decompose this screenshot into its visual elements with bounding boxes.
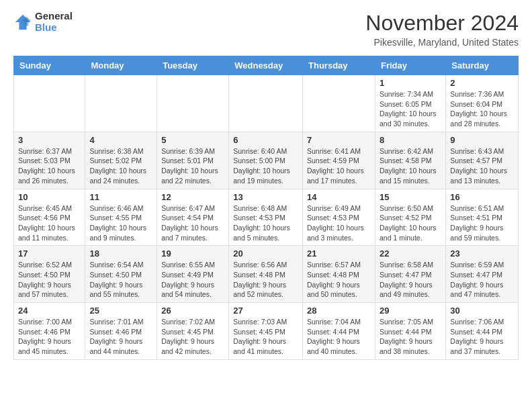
calendar-cell: 19Sunrise: 6:55 AM Sunset: 4:49 PM Dayli… xyxy=(157,246,229,303)
day-info: Sunrise: 7:01 AM Sunset: 4:46 PM Dayligh… xyxy=(89,317,152,357)
day-info: Sunrise: 6:40 AM Sunset: 5:00 PM Dayligh… xyxy=(233,146,298,186)
day-number: 27 xyxy=(233,306,298,316)
logo-icon xyxy=(13,13,32,32)
day-info: Sunrise: 6:50 AM Sunset: 4:52 PM Dayligh… xyxy=(380,203,441,243)
calendar-cell: 3Sunrise: 6:37 AM Sunset: 5:03 PM Daylig… xyxy=(14,132,85,189)
calendar-cell: 20Sunrise: 6:56 AM Sunset: 4:48 PM Dayli… xyxy=(229,246,303,303)
day-number: 11 xyxy=(89,192,152,202)
day-info: Sunrise: 7:02 AM Sunset: 4:45 PM Dayligh… xyxy=(161,317,224,357)
calendar-cell: 18Sunrise: 6:54 AM Sunset: 4:50 PM Dayli… xyxy=(85,246,157,303)
day-info: Sunrise: 7:36 AM Sunset: 6:04 PM Dayligh… xyxy=(450,89,514,129)
day-info: Sunrise: 6:39 AM Sunset: 5:01 PM Dayligh… xyxy=(161,146,224,186)
day-number: 19 xyxy=(161,248,224,259)
day-number: 12 xyxy=(161,192,224,202)
calendar-cell: 15Sunrise: 6:50 AM Sunset: 4:52 PM Dayli… xyxy=(375,189,445,246)
day-info: Sunrise: 6:37 AM Sunset: 5:03 PM Dayligh… xyxy=(18,146,81,186)
day-info: Sunrise: 6:57 AM Sunset: 4:48 PM Dayligh… xyxy=(307,260,371,300)
day-number: 9 xyxy=(450,135,514,145)
day-info: Sunrise: 6:58 AM Sunset: 4:47 PM Dayligh… xyxy=(380,260,441,300)
calendar-cell: 21Sunrise: 6:57 AM Sunset: 4:48 PM Dayli… xyxy=(303,246,375,303)
calendar-cell: 11Sunrise: 6:46 AM Sunset: 4:55 PM Dayli… xyxy=(85,189,157,246)
day-number: 14 xyxy=(307,192,371,202)
calendar-cell: 25Sunrise: 7:01 AM Sunset: 4:46 PM Dayli… xyxy=(85,303,157,360)
calendar-week-2: 3Sunrise: 6:37 AM Sunset: 5:03 PM Daylig… xyxy=(14,132,519,189)
day-number: 21 xyxy=(307,248,371,259)
day-number: 10 xyxy=(18,192,81,202)
day-info: Sunrise: 7:05 AM Sunset: 4:44 PM Dayligh… xyxy=(380,317,441,357)
day-number: 28 xyxy=(307,306,371,316)
day-info: Sunrise: 6:51 AM Sunset: 4:51 PM Dayligh… xyxy=(450,203,514,243)
day-number: 30 xyxy=(450,306,514,316)
day-info: Sunrise: 6:42 AM Sunset: 4:58 PM Dayligh… xyxy=(380,146,441,186)
col-saturday: Saturday xyxy=(446,56,519,75)
calendar-cell: 26Sunrise: 7:02 AM Sunset: 4:45 PM Dayli… xyxy=(157,303,229,360)
day-number: 3 xyxy=(18,135,81,145)
day-number: 7 xyxy=(307,135,371,145)
calendar-cell: 5Sunrise: 6:39 AM Sunset: 5:01 PM Daylig… xyxy=(157,132,229,189)
calendar-cell: 8Sunrise: 6:42 AM Sunset: 4:58 PM Daylig… xyxy=(375,132,445,189)
location-text: Pikesville, Maryland, United States xyxy=(365,37,519,48)
calendar-cell: 13Sunrise: 6:48 AM Sunset: 4:53 PM Dayli… xyxy=(229,189,303,246)
day-number: 24 xyxy=(18,306,81,316)
calendar-cell: 27Sunrise: 7:03 AM Sunset: 4:45 PM Dayli… xyxy=(229,303,303,360)
day-number: 29 xyxy=(380,306,441,316)
day-number: 1 xyxy=(380,78,441,88)
calendar-cell: 14Sunrise: 6:49 AM Sunset: 4:53 PM Dayli… xyxy=(303,189,375,246)
calendar-cell: 24Sunrise: 7:00 AM Sunset: 4:46 PM Dayli… xyxy=(14,303,85,360)
day-number: 5 xyxy=(161,135,224,145)
day-number: 15 xyxy=(380,192,441,202)
col-friday: Friday xyxy=(375,56,445,75)
day-info: Sunrise: 6:56 AM Sunset: 4:48 PM Dayligh… xyxy=(233,260,298,300)
calendar-cell: 17Sunrise: 6:52 AM Sunset: 4:50 PM Dayli… xyxy=(14,246,85,303)
calendar-week-3: 10Sunrise: 6:45 AM Sunset: 4:56 PM Dayli… xyxy=(14,189,519,246)
day-number: 8 xyxy=(380,135,441,145)
header: General Blue November 2024 Pikesville, M… xyxy=(13,11,519,48)
day-info: Sunrise: 6:52 AM Sunset: 4:50 PM Dayligh… xyxy=(18,260,81,300)
calendar-cell xyxy=(157,75,229,132)
day-number: 6 xyxy=(233,135,298,145)
day-info: Sunrise: 7:03 AM Sunset: 4:45 PM Dayligh… xyxy=(233,317,298,357)
calendar-cell: 10Sunrise: 6:45 AM Sunset: 4:56 PM Dayli… xyxy=(14,189,85,246)
calendar-cell: 1Sunrise: 7:34 AM Sunset: 6:05 PM Daylig… xyxy=(375,75,445,132)
calendar-table: Sunday Monday Tuesday Wednesday Thursday… xyxy=(13,56,519,360)
col-sunday: Sunday xyxy=(14,56,85,75)
day-info: Sunrise: 6:47 AM Sunset: 4:54 PM Dayligh… xyxy=(161,203,224,243)
title-area: November 2024 Pikesville, Maryland, Unit… xyxy=(365,11,519,48)
calendar-cell xyxy=(229,75,303,132)
col-thursday: Thursday xyxy=(303,56,375,75)
day-number: 16 xyxy=(450,192,514,202)
day-info: Sunrise: 6:49 AM Sunset: 4:53 PM Dayligh… xyxy=(307,203,371,243)
day-number: 18 xyxy=(89,248,152,259)
day-info: Sunrise: 6:54 AM Sunset: 4:50 PM Dayligh… xyxy=(89,260,152,300)
logo-text: General Blue xyxy=(35,11,73,33)
day-info: Sunrise: 6:41 AM Sunset: 4:59 PM Dayligh… xyxy=(307,146,371,186)
month-title: November 2024 xyxy=(365,11,519,36)
calendar-cell xyxy=(303,75,375,132)
day-number: 17 xyxy=(18,248,81,259)
calendar-cell: 4Sunrise: 6:38 AM Sunset: 5:02 PM Daylig… xyxy=(85,132,157,189)
calendar-cell: 16Sunrise: 6:51 AM Sunset: 4:51 PM Dayli… xyxy=(446,189,519,246)
calendar-cell xyxy=(14,75,85,132)
calendar-week-4: 17Sunrise: 6:52 AM Sunset: 4:50 PM Dayli… xyxy=(14,246,519,303)
calendar-week-1: 1Sunrise: 7:34 AM Sunset: 6:05 PM Daylig… xyxy=(14,75,519,132)
calendar-cell xyxy=(85,75,157,132)
day-number: 23 xyxy=(450,248,514,259)
day-number: 4 xyxy=(89,135,152,145)
day-info: Sunrise: 7:04 AM Sunset: 4:44 PM Dayligh… xyxy=(307,317,371,357)
calendar-cell: 29Sunrise: 7:05 AM Sunset: 4:44 PM Dayli… xyxy=(375,303,445,360)
calendar-cell: 22Sunrise: 6:58 AM Sunset: 4:47 PM Dayli… xyxy=(375,246,445,303)
calendar-cell: 30Sunrise: 7:06 AM Sunset: 4:44 PM Dayli… xyxy=(446,303,519,360)
day-info: Sunrise: 6:55 AM Sunset: 4:49 PM Dayligh… xyxy=(161,260,224,300)
logo-blue-text: Blue xyxy=(35,22,73,34)
calendar-cell: 6Sunrise: 6:40 AM Sunset: 5:00 PM Daylig… xyxy=(229,132,303,189)
calendar-week-5: 24Sunrise: 7:00 AM Sunset: 4:46 PM Dayli… xyxy=(14,303,519,360)
calendar-cell: 28Sunrise: 7:04 AM Sunset: 4:44 PM Dayli… xyxy=(303,303,375,360)
calendar-header-row: Sunday Monday Tuesday Wednesday Thursday… xyxy=(14,56,519,75)
day-info: Sunrise: 7:00 AM Sunset: 4:46 PM Dayligh… xyxy=(18,317,81,357)
day-info: Sunrise: 6:45 AM Sunset: 4:56 PM Dayligh… xyxy=(18,203,81,243)
page-container: General Blue November 2024 Pikesville, M… xyxy=(0,0,532,371)
day-info: Sunrise: 6:43 AM Sunset: 4:57 PM Dayligh… xyxy=(450,146,514,186)
day-number: 20 xyxy=(233,248,298,259)
day-info: Sunrise: 7:06 AM Sunset: 4:44 PM Dayligh… xyxy=(450,317,514,357)
day-number: 25 xyxy=(89,306,152,316)
